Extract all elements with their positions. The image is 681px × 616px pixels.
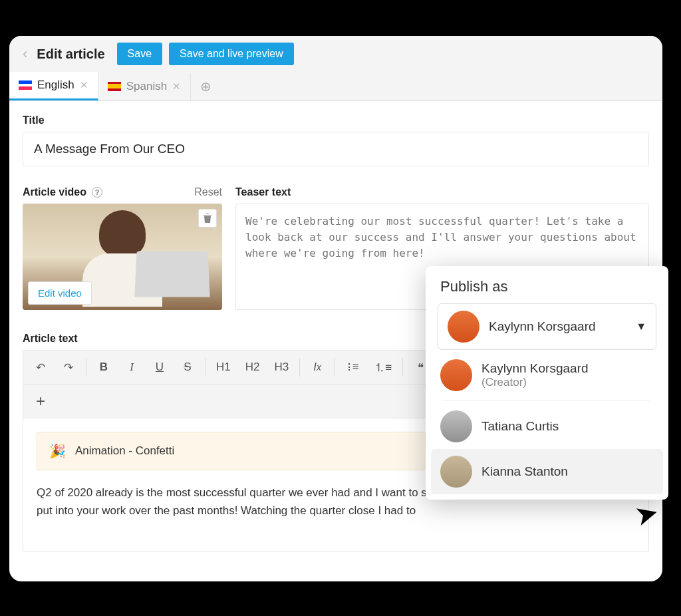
avatar (440, 359, 472, 391)
page-title: Edit article (37, 47, 104, 62)
underline-button[interactable]: U (149, 356, 170, 379)
selected-name: Kaylynn Korsgaard (489, 319, 596, 335)
close-icon[interactable]: ✕ (80, 79, 88, 91)
language-tabs: English ✕ Spanish ✕ ⊕ (9, 72, 662, 101)
avatar (440, 456, 472, 488)
flag-en-icon (19, 80, 32, 90)
redo-button[interactable]: ↷ (58, 356, 79, 379)
h3-button[interactable]: H3 (270, 356, 293, 379)
save-preview-button[interactable]: Save and live preview (169, 43, 294, 65)
avatar (440, 410, 472, 442)
title-label: Title (23, 114, 649, 126)
delete-video-button[interactable] (198, 209, 217, 228)
option-role: (Creator) (481, 376, 589, 389)
article-video-section: Article video ? Reset Edit video (23, 186, 222, 313)
save-button[interactable]: Save (117, 43, 162, 65)
close-icon[interactable]: ✕ (172, 80, 181, 92)
publish-options-list: Kaylynn Korsgaard (Creator) Tatiana Curt… (426, 353, 668, 494)
back-icon[interactable]: ‹ (20, 45, 30, 63)
video-thumbnail: Edit video (23, 204, 222, 310)
option-name: Kaylynn Korsgaard (481, 361, 589, 377)
tab-label: Spanish (126, 80, 167, 93)
option-name: Tatiana Curtis (481, 419, 559, 434)
publish-option[interactable]: Tatiana Curtis (431, 404, 663, 449)
number-list-button[interactable]: ⒈≡ (370, 356, 396, 379)
publish-as-popup: Publish as Kaylynn Korsgaard ▼ Kaylynn K… (426, 266, 668, 500)
bold-button[interactable]: B (93, 356, 114, 379)
teaser-label: Teaser text (235, 186, 649, 198)
confetti-icon: 🎉 (49, 443, 66, 459)
help-icon[interactable]: ? (92, 187, 102, 198)
option-name: Kianna Stanton (481, 464, 568, 480)
h1-button[interactable]: H1 (212, 356, 235, 379)
header-bar: ‹ Edit article Save Save and live previe… (9, 36, 662, 72)
add-block-button[interactable]: + (30, 390, 51, 412)
reset-link[interactable]: Reset (194, 186, 222, 198)
publish-as-dropdown[interactable]: Kaylynn Korsgaard ▼ (438, 303, 656, 350)
h2-button[interactable]: H2 (241, 356, 264, 379)
article-video-label: Article video (23, 186, 86, 198)
chevron-down-icon: ▼ (636, 321, 646, 333)
publish-as-heading: Publish as (426, 266, 668, 303)
tab-label: English (37, 78, 74, 92)
undo-button[interactable]: ↶ (30, 356, 51, 379)
tab-spanish[interactable]: Spanish ✕ (98, 73, 191, 100)
clear-format-button[interactable]: Ix (307, 356, 328, 379)
italic-button[interactable]: I (121, 356, 142, 379)
tab-english[interactable]: English ✕ (9, 72, 98, 100)
bullet-list-button[interactable]: ⫶≡ (342, 356, 363, 379)
add-tab-button[interactable]: ⊕ (191, 73, 221, 100)
trash-icon (203, 213, 212, 224)
edit-video-button[interactable]: Edit video (28, 281, 92, 305)
strikethrough-button[interactable]: S (177, 356, 198, 379)
flag-es-icon (108, 82, 121, 91)
title-input[interactable] (23, 132, 649, 166)
avatar (448, 311, 479, 343)
publish-option[interactable]: Kaylynn Korsgaard (Creator) (431, 353, 663, 398)
animation-label: Animation - Confetti (75, 444, 174, 458)
publish-option[interactable]: Kianna Stanton (431, 449, 663, 494)
